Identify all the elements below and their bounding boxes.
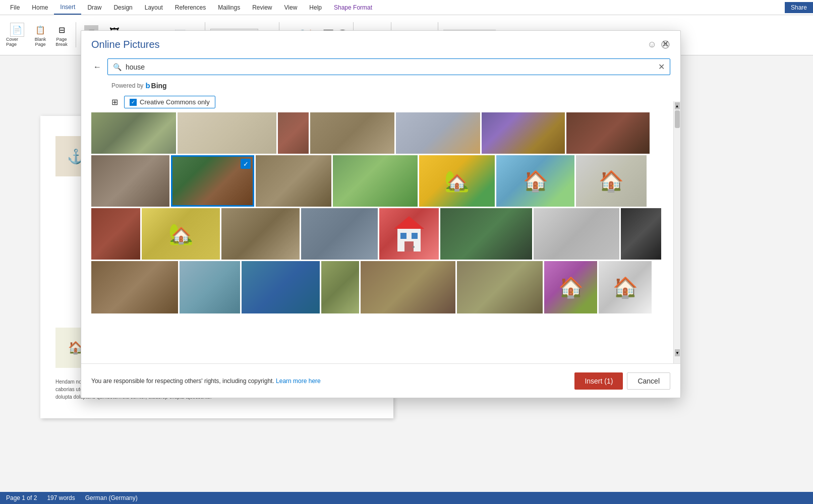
svg-rect-3 bbox=[412, 233, 418, 239]
language-status: German (Germany) bbox=[85, 494, 138, 501]
image-item-selected[interactable]: ✓ bbox=[171, 155, 254, 207]
image-item[interactable]: ✓ bbox=[178, 112, 276, 154]
image-item[interactable]: ✓ 🏠 bbox=[576, 155, 647, 207]
scrollbar-thumb[interactable] bbox=[675, 110, 680, 128]
cartoon-house-svg bbox=[391, 214, 427, 254]
svg-point-5 bbox=[413, 246, 415, 248]
dialog-close-button[interactable]: ✕ bbox=[658, 37, 672, 51]
scrollbar-up-arrow[interactable]: ▲ bbox=[675, 102, 680, 109]
image-item[interactable]: ✓ 🏠 bbox=[599, 261, 652, 313]
word-background: File Home Insert Draw Design Layout Refe… bbox=[0, 0, 813, 504]
search-clear-button[interactable]: ✕ bbox=[658, 62, 665, 72]
svg-rect-2 bbox=[400, 233, 406, 239]
image-item[interactable]: ✓ bbox=[457, 261, 543, 313]
status-bar: Page 1 of 2 197 words German (Germany) bbox=[0, 492, 813, 504]
bing-name: Bing bbox=[151, 82, 167, 90]
scrollbar-down-arrow[interactable]: ▼ bbox=[675, 349, 680, 356]
image-item[interactable]: ✓ 🏠 bbox=[496, 155, 574, 207]
image-item[interactable]: ✓ bbox=[396, 112, 480, 154]
bing-icon: b bbox=[145, 81, 150, 90]
smiley-happy-icon[interactable]: ☺ bbox=[648, 39, 657, 50]
footer-buttons: Insert (1) Cancel bbox=[574, 372, 670, 390]
dialog-title: Online Pictures bbox=[91, 39, 160, 50]
page-break-btn[interactable]: ⊟ Page Break bbox=[52, 23, 71, 47]
image-item[interactable]: ✓ bbox=[91, 208, 140, 260]
image-item[interactable]: ✓ bbox=[440, 208, 532, 260]
creative-commons-checkbox[interactable]: ✓ Creative Commons only bbox=[124, 96, 215, 108]
image-item[interactable]: ✓ bbox=[310, 112, 394, 154]
image-item[interactable]: ✓ bbox=[256, 155, 331, 207]
dialog-header: Online Pictures ☺ ☹ bbox=[81, 31, 680, 54]
cancel-button[interactable]: Cancel bbox=[627, 372, 670, 390]
tab-layout[interactable]: Layout bbox=[139, 0, 169, 15]
tab-view[interactable]: View bbox=[278, 0, 304, 15]
tab-design[interactable]: Design bbox=[107, 0, 138, 15]
image-item[interactable]: ✓ bbox=[361, 261, 455, 313]
image-item[interactable]: ✓ 🏡 bbox=[419, 155, 495, 207]
image-item[interactable]: ✓ bbox=[534, 208, 619, 260]
share-button[interactable]: Share bbox=[785, 2, 813, 13]
filter-icon[interactable]: ⊞ bbox=[111, 97, 118, 107]
image-item[interactable]: ✓ bbox=[379, 208, 439, 260]
dialog-footer: You are responsible for respecting other… bbox=[81, 363, 680, 398]
tab-shape-format[interactable]: Shape Format bbox=[328, 0, 378, 15]
image-grid: ✓ ✓ ✓ ✓ ✓ ✓ ✓ ✓ bbox=[91, 112, 670, 344]
insert-button[interactable]: Insert (1) bbox=[574, 372, 623, 390]
svg-marker-0 bbox=[394, 216, 424, 229]
tab-review[interactable]: Review bbox=[246, 0, 278, 15]
search-icon: 🔍 bbox=[113, 63, 122, 71]
search-back-button[interactable]: ← bbox=[91, 60, 103, 74]
cover-page-btn[interactable]: 📄 Cover Page bbox=[6, 23, 28, 47]
image-item[interactable]: ✓ bbox=[221, 208, 300, 260]
image-item[interactable]: ✓ bbox=[621, 208, 661, 260]
filter-bar: ⊞ ✓ Creative Commons only bbox=[81, 94, 680, 112]
image-item[interactable]: ✓ bbox=[242, 261, 320, 313]
tab-references[interactable]: References bbox=[169, 0, 212, 15]
tab-home[interactable]: Home bbox=[26, 0, 54, 15]
tab-file[interactable]: File bbox=[4, 0, 26, 15]
dialog-scrollbar[interactable]: ▲ ▼ bbox=[673, 101, 680, 363]
search-bar-wrap: ← 🔍 ✕ bbox=[81, 54, 680, 79]
learn-more-link[interactable]: Learn more here bbox=[276, 377, 321, 385]
tab-help[interactable]: Help bbox=[303, 0, 328, 15]
selection-check: ✓ bbox=[241, 159, 251, 169]
online-pictures-dialog: ✕ Online Pictures ☺ ☹ ← 🔍 ✕ Powered by b… bbox=[81, 30, 681, 398]
page-status: Page 1 of 2 bbox=[6, 494, 37, 501]
image-item[interactable]: ✓ 🏠 bbox=[544, 261, 597, 313]
ribbon-tabs: File Home Insert Draw Design Layout Refe… bbox=[0, 0, 813, 15]
powered-by-bing: Powered by b Bing bbox=[81, 79, 680, 94]
cc-label: Creative Commons only bbox=[140, 98, 210, 106]
image-item[interactable]: ✓ bbox=[278, 112, 309, 154]
blank-page-btn[interactable]: 📋 Blank Page bbox=[31, 23, 49, 47]
checkbox-checked-icon: ✓ bbox=[130, 99, 137, 106]
image-item[interactable]: ✓ 🏡 bbox=[142, 208, 220, 260]
image-item[interactable]: ✓ bbox=[566, 112, 650, 154]
tab-mailings[interactable]: Mailings bbox=[212, 0, 246, 15]
image-item[interactable]: ✓ bbox=[91, 155, 169, 207]
search-bar: 🔍 ✕ bbox=[107, 58, 670, 75]
bing-logo: b Bing bbox=[145, 81, 166, 90]
svg-rect-4 bbox=[404, 241, 414, 251]
image-item[interactable]: ✓ bbox=[301, 208, 378, 260]
search-input[interactable] bbox=[126, 63, 654, 71]
footer-notice: You are responsible for respecting other… bbox=[91, 377, 321, 385]
word-count: 197 words bbox=[47, 494, 75, 501]
image-item[interactable]: ✓ bbox=[482, 112, 565, 154]
image-item[interactable]: ✓ bbox=[180, 261, 240, 313]
tab-insert[interactable]: Insert bbox=[54, 0, 81, 15]
image-item[interactable]: ✓ bbox=[321, 261, 359, 313]
image-item[interactable]: ✓ bbox=[91, 112, 176, 154]
tab-draw[interactable]: Draw bbox=[81, 0, 107, 15]
image-item[interactable]: ✓ bbox=[91, 261, 178, 313]
image-item[interactable]: ✓ bbox=[333, 155, 418, 207]
